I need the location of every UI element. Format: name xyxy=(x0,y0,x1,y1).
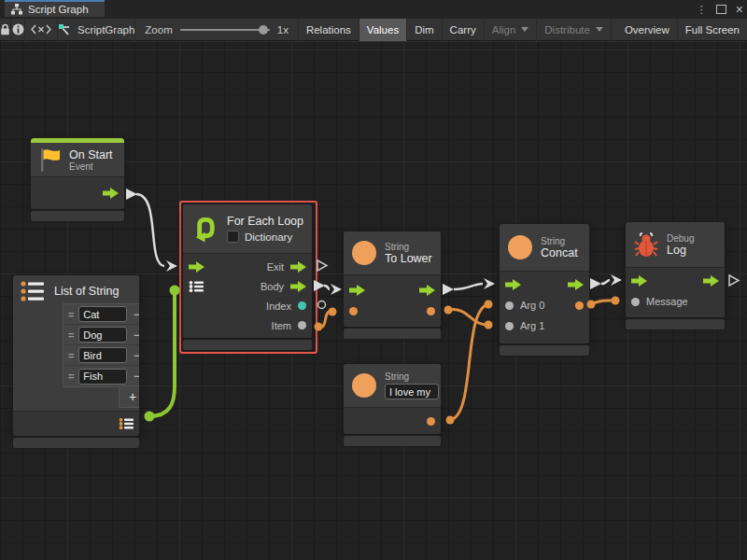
node-list-of-string[interactable]: List of String = − = − = xyxy=(13,275,139,448)
port-label: Body xyxy=(261,281,284,292)
dim-toggle[interactable]: Dim xyxy=(407,19,442,41)
result-out-port[interactable] xyxy=(427,307,435,315)
list-icon xyxy=(21,280,45,302)
node-kind: String xyxy=(541,236,578,246)
add-item-button[interactable]: + xyxy=(120,386,139,407)
list-item-row: = − xyxy=(63,366,139,386)
tab-script-graph[interactable]: Script Graph xyxy=(5,0,105,17)
bug-icon xyxy=(634,232,658,258)
graph-toolbar: ScriptGraph Zoom 1x Relations Values Dim… xyxy=(0,19,747,41)
drag-handle[interactable]: = xyxy=(66,371,76,382)
zoom-control: Zoom 1x xyxy=(135,19,299,41)
close-icon[interactable]: × xyxy=(736,3,743,16)
flow-in-port[interactable] xyxy=(631,275,647,287)
node-kind: Debug xyxy=(667,233,694,244)
port-row-exit: Exit xyxy=(183,257,312,276)
flag-icon xyxy=(38,147,61,173)
remove-item-button[interactable]: − xyxy=(130,308,139,321)
node-string-concat[interactable]: String Concat Arg 0 xyxy=(500,224,589,356)
flow-out-port[interactable] xyxy=(568,279,584,290)
flow-out-port[interactable] xyxy=(419,285,435,296)
lock-button[interactable] xyxy=(0,19,11,41)
port-row-item: Item xyxy=(183,315,312,335)
node-string-to-lower[interactable]: String To Lower xyxy=(344,231,441,339)
flow-in-port[interactable] xyxy=(505,279,521,290)
loop-icon xyxy=(191,214,218,244)
string-value-input[interactable] xyxy=(385,384,439,399)
remove-item-button[interactable]: − xyxy=(130,329,139,342)
node-on-start[interactable]: On Start Event xyxy=(31,138,124,221)
remove-item-button[interactable]: − xyxy=(130,349,139,362)
node-subtitle: Event xyxy=(69,161,113,172)
port-row-flow xyxy=(626,271,725,291)
list-in-port[interactable] xyxy=(189,280,204,293)
overview-button[interactable]: Overview xyxy=(617,19,678,41)
node-kind: String xyxy=(385,242,432,252)
port-label: Item xyxy=(272,320,291,331)
zoom-value: 1x xyxy=(277,24,289,35)
node-footer xyxy=(500,345,589,356)
node-title: To Lower xyxy=(385,252,432,265)
list-item-input[interactable] xyxy=(78,306,127,322)
exit-out-port[interactable] xyxy=(290,261,306,273)
node-footer xyxy=(31,211,124,221)
node-debug-log[interactable]: Debug Log Message xyxy=(626,222,725,329)
menu-icon[interactable]: ⋮ xyxy=(697,5,707,15)
graph-name-breadcrumb[interactable]: ScriptGraph xyxy=(58,19,135,41)
inspect-button[interactable] xyxy=(11,19,25,41)
full-screen-button[interactable]: Full Screen xyxy=(678,19,747,41)
script-graph-icon xyxy=(58,23,71,36)
flow-out-port[interactable] xyxy=(703,275,719,287)
port-row-value xyxy=(344,410,441,432)
zoom-slider-track xyxy=(180,29,270,31)
message-in-port[interactable] xyxy=(631,298,640,306)
port-row-flow xyxy=(500,274,589,295)
node-footer xyxy=(13,438,139,448)
graph-name: ScriptGraph xyxy=(78,24,134,35)
remove-item-button[interactable]: − xyxy=(130,370,139,383)
align-dropdown[interactable]: Align xyxy=(485,19,538,41)
list-item-input[interactable] xyxy=(78,369,127,385)
zoom-slider[interactable] xyxy=(180,24,270,35)
node-title: Concat xyxy=(541,246,578,259)
port-row-arg0: Arg 0 xyxy=(500,295,589,315)
index-out-port[interactable] xyxy=(298,301,306,310)
relations-toggle[interactable]: Relations xyxy=(299,19,359,41)
list-editor: = − = − = − = xyxy=(63,304,139,386)
dictionary-checkbox[interactable] xyxy=(227,231,239,243)
hierarchy-icon xyxy=(11,4,22,15)
script-graph-window: Script Graph ⋮ × xyxy=(0,0,747,560)
drag-handle[interactable]: = xyxy=(66,350,76,361)
string-in-port[interactable] xyxy=(349,307,358,315)
port-row-arg1: Arg 1 xyxy=(500,315,589,336)
arg1-in-port[interactable] xyxy=(505,322,514,330)
result-out-port[interactable] xyxy=(575,301,584,310)
item-out-port[interactable] xyxy=(298,321,306,329)
list-item-input[interactable] xyxy=(78,327,127,343)
flow-in-port[interactable] xyxy=(189,261,204,273)
edit-graph-button[interactable] xyxy=(25,19,58,41)
flow-in-port[interactable] xyxy=(349,285,365,296)
node-footer xyxy=(344,436,441,446)
list-out-port[interactable] xyxy=(119,417,134,430)
result-out-port[interactable] xyxy=(427,417,435,426)
zoom-slider-handle[interactable] xyxy=(259,25,268,35)
list-item-input[interactable] xyxy=(78,347,127,363)
values-toggle[interactable]: Values xyxy=(359,19,407,41)
node-string-literal[interactable]: String xyxy=(344,364,441,446)
node-for-each-loop[interactable]: For Each Loop Dictionary Exit xyxy=(183,204,312,350)
port-row-message: Message xyxy=(626,291,725,312)
drag-handle[interactable]: = xyxy=(66,309,76,320)
maximize-icon[interactable] xyxy=(716,5,726,14)
zoom-label: Zoom xyxy=(145,24,172,35)
chevron-down-icon xyxy=(596,27,603,32)
flow-out-port[interactable] xyxy=(103,188,119,199)
distribute-dropdown[interactable]: Distribute xyxy=(537,19,612,41)
carry-toggle[interactable]: Carry xyxy=(443,19,485,41)
drag-handle[interactable]: = xyxy=(66,329,76,341)
code-icon xyxy=(31,24,51,35)
node-title: On Start xyxy=(69,148,113,161)
node-title: List of String xyxy=(54,285,119,298)
arg0-in-port[interactable] xyxy=(505,301,514,310)
body-out-port[interactable] xyxy=(290,281,306,292)
